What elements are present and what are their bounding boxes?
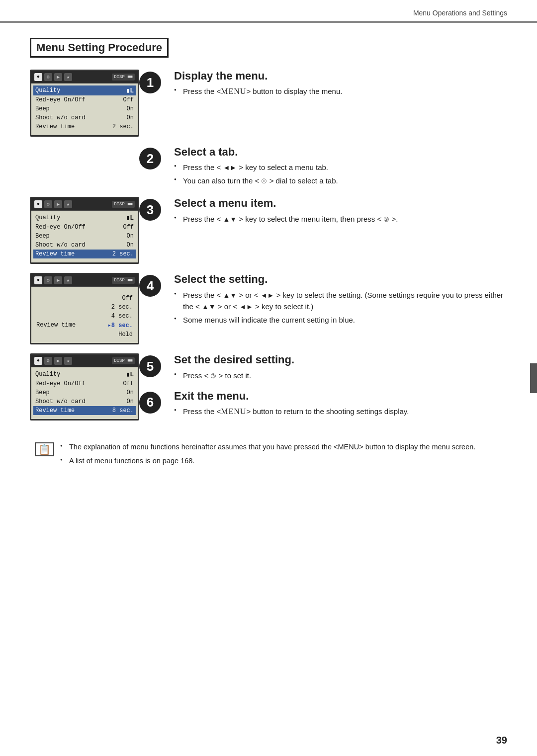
screen-4-disp: DISP ■■ (112, 277, 135, 284)
screen-3-tab-play: ▶ (54, 200, 62, 208)
step-4-number: 4 (139, 275, 161, 297)
step-56-pair: ● ⚙ ▶ ★ DISP ■■ Quality ▮L Red-eye On/Of… (30, 353, 507, 420)
step-2-row: 2 Select a tab. Press the < ◄► > key to … (30, 146, 507, 188)
step-1-row: ● ⚙ ▶ ★ DISP ■■ Quality ▮L Red-eye On/Of… (30, 70, 507, 137)
step-5-row: 5 Set the desired setting. Press < ③ > t… (139, 353, 507, 383)
step-3-row: ● ⚙ ▶ ★ DISP ■■ Quality ▮L Red-eye On/Of… (30, 197, 507, 264)
step-2-title: Select a tab. (174, 146, 507, 159)
screen-3-review: Review time 2 sec. (33, 250, 136, 258)
note-bullets: The explanation of menu functions herein… (60, 441, 475, 466)
step-3-content: Select a menu item. Press the < ▲▼ > key… (169, 197, 507, 226)
step-4-bullets: Press the < ▲▼ > or < ◄► > key to select… (174, 289, 507, 326)
steps-container: ● ⚙ ▶ ★ DISP ■■ Quality ▮L Red-eye On/Of… (30, 70, 507, 429)
screen-row-review: Review time 2 sec. (34, 122, 135, 131)
right-edge-tab (530, 363, 537, 393)
screen-5-tabs: ● ⚙ ▶ ★ (34, 357, 72, 365)
step-6-content: Exit the menu. Press the <MENU> button t… (169, 390, 507, 420)
step-1-title: Display the menu. (174, 70, 507, 83)
screen-4-label-row: Review time ▸8 sec. (34, 321, 135, 330)
screen-4-2sec: 2 sec. (34, 303, 135, 312)
step-3-bullet-1: Press the < ▲▼ > key to select the menu … (174, 213, 507, 225)
step-3-title: Select a menu item. (174, 197, 507, 210)
screen-tab-play: ▶ (54, 73, 62, 81)
screen-3-tab-star: ★ (64, 200, 72, 208)
step-2-content: Select a tab. Press the < ◄► > key to se… (169, 146, 507, 188)
step-1-content: Display the menu. Press the <MENU> butto… (169, 70, 507, 99)
screen-3-tabs: ● ⚙ ▶ ★ (34, 200, 72, 208)
screen-4-4sec: 4 sec. (34, 312, 135, 321)
note-content: The explanation of menu functions herein… (60, 441, 475, 468)
screen-row-quality: Quality ▮L (33, 85, 136, 95)
step-6-title: Exit the menu. (174, 390, 507, 403)
screen-tab-star: ★ (64, 73, 72, 81)
step-4-title: Select the setting. (174, 273, 507, 286)
screen-5-shoot: Shoot w/o card On (34, 397, 135, 406)
screen-5-disp: DISP ■■ (112, 357, 135, 364)
note-bullet-2: A list of menu functions is on page 168. (60, 455, 475, 467)
screen-4-body: Off 2 sec. 4 sec. Review time ▸8 sec. Ho… (31, 287, 138, 343)
screen-1-topbar: ● ⚙ ▶ ★ DISP ■■ (31, 71, 138, 84)
screen-4-tabs: ● ⚙ ▶ ★ (34, 276, 72, 284)
header-text: Menu Operations and Settings (413, 9, 507, 17)
screen-5: ● ⚙ ▶ ★ DISP ■■ Quality ▮L Red-eye On/Of… (30, 353, 139, 420)
step-1-bullet-1: Press the <MENU> button to display the m… (174, 85, 507, 98)
screen-4-tab-camera: ● (34, 276, 42, 284)
step-6-bullets: Press the <MENU> button to return to the… (174, 406, 507, 418)
screen-5-body: Quality ▮L Red-eye On/Off Off Beep On Sh… (31, 367, 138, 419)
step-4-bullet-2: Some menus will indicate the current set… (174, 314, 507, 326)
step-4-number-area: 4 (139, 273, 169, 297)
step-2-number-area: 2 (139, 146, 169, 169)
screen-5-redeye: Red-eye On/Off Off (34, 379, 135, 388)
step-5-title: Set the desired setting. (174, 353, 507, 366)
screen-4-hold: Hold (34, 330, 135, 339)
note-box: 📋 The explanation of menu functions here… (30, 441, 507, 468)
note-bullet-1: The explanation of menu functions herein… (60, 441, 475, 453)
screen-row-beep: Beep On (34, 104, 135, 113)
step-2-bullet-1: Press the < ◄► > key to select a menu ta… (174, 162, 507, 173)
step-5-number: 5 (139, 355, 161, 377)
screen-4-off: Off (34, 294, 135, 303)
step-5-content: Set the desired setting. Press < ③ > to … (169, 353, 507, 383)
step-1-number-area: 1 (139, 70, 169, 93)
page-header: Menu Operations and Settings (0, 0, 537, 22)
step-6-row: 6 Exit the menu. Press the <MENU> button… (139, 390, 507, 420)
screen-4-tab-wrench: ⚙ (44, 276, 52, 284)
screen-1: ● ⚙ ▶ ★ DISP ■■ Quality ▮L Red-eye On/Of… (30, 70, 139, 137)
screen-3-body: Quality ▮L Red-eye On/Off Off Beep On Sh… (31, 211, 138, 262)
screen-3-topbar: ● ⚙ ▶ ★ DISP ■■ (31, 198, 138, 211)
step-1-number: 1 (139, 72, 161, 93)
screen-3-quality: Quality ▮L (34, 213, 135, 223)
screen-3-disp: DISP ■■ (112, 201, 135, 208)
screen-1-body: Quality ▮L Red-eye On/Off Off Beep On Sh… (31, 84, 138, 135)
step-6-number: 6 (139, 392, 161, 414)
screen-5-tab-star: ★ (64, 357, 72, 365)
screen-5-topbar: ● ⚙ ▶ ★ DISP ■■ (31, 355, 138, 367)
step-3-bullets: Press the < ▲▼ > key to select the menu … (174, 213, 507, 225)
step-2-bullets: Press the < ◄► > key to select a menu ta… (174, 162, 507, 186)
screen-row-redeye: Red-eye On/Off Off (34, 95, 135, 104)
screen-5-beep: Beep On (34, 388, 135, 397)
step-1-bullets: Press the <MENU> button to display the m… (174, 85, 507, 98)
screen-3-tab-camera: ● (34, 200, 42, 208)
screen-5-tab-play: ▶ (54, 357, 62, 365)
screen-4-tab-play: ▶ (54, 276, 62, 284)
step-4-bullet-1: Press the < ▲▼ > or < ◄► > key to select… (174, 289, 507, 313)
screen-5-review: Review time 8 sec. (33, 406, 136, 415)
section-title: Menu Setting Procedure (30, 38, 169, 58)
screen-disp: DISP ■■ (112, 74, 135, 81)
step-6-bullet-1: Press the <MENU> button to return to the… (174, 406, 507, 418)
step-6-number-area: 6 (139, 390, 169, 414)
screen-4-tab-star: ★ (64, 276, 72, 284)
screen-3-redeye: Red-eye On/Off Off (34, 223, 135, 232)
screen-5-tab-camera: ● (34, 357, 42, 365)
step-4-content: Select the setting. Press the < ▲▼ > or … (169, 273, 507, 327)
page-number: 39 (496, 735, 507, 746)
step-4-row: ● ⚙ ▶ ★ DISP ■■ Off 2 sec. 4 sec. Review… (30, 273, 507, 344)
screen-1-tabs: ● ⚙ ▶ ★ (34, 73, 72, 81)
step-3-number-area: 3 (139, 197, 169, 221)
screen-row-shoot: Shoot w/o card On (34, 113, 135, 122)
screen-3: ● ⚙ ▶ ★ DISP ■■ Quality ▮L Red-eye On/Of… (30, 197, 139, 264)
step-5-bullets: Press < ③ > to set it. (174, 370, 507, 381)
screen-5-tab-wrench: ⚙ (44, 357, 52, 365)
steps-56: 5 Set the desired setting. Press < ③ > t… (139, 353, 507, 420)
